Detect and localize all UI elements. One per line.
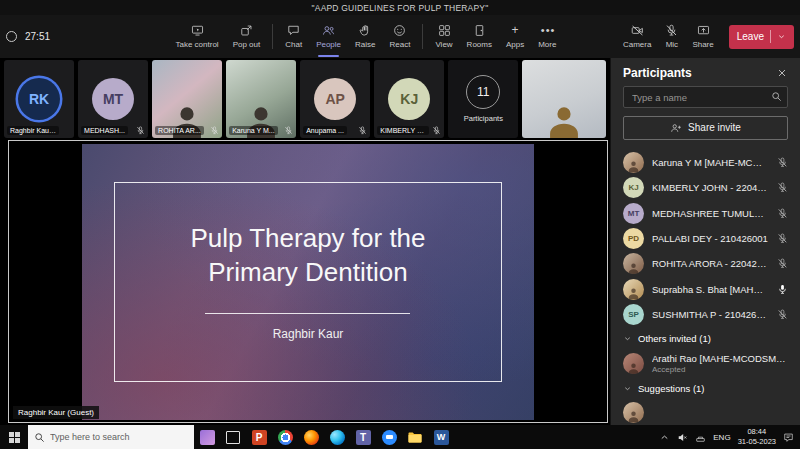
video-tile-medhashree[interactable]: MT MEDHASH... — [78, 60, 148, 138]
video-tile-raghbir[interactable]: RK Raghbir Kaur (G... — [4, 60, 74, 138]
view-icon — [438, 24, 451, 37]
participant-row-karuna[interactable]: Karuna Y M [MAHE-MCODSMLR] — [611, 150, 800, 175]
stage-column: RK Raghbir Kaur (G... MT MEDHASH... ROHI… — [0, 58, 610, 425]
start-button[interactable] — [0, 425, 28, 449]
photos-app-icon[interactable] — [194, 425, 220, 449]
avatar: KJ — [388, 78, 430, 120]
participant-search — [623, 86, 788, 108]
rooms-button[interactable]: Rooms — [460, 15, 499, 58]
participant-row-supraba[interactable]: Suprabha S. Bhat [MAHE-MCOD... — [611, 277, 800, 302]
suggestions-section-header[interactable]: Suggestions (1) — [611, 378, 800, 400]
leave-button[interactable]: Leave — [729, 25, 794, 49]
more-icon: ••• — [541, 24, 554, 37]
network-icon[interactable] — [695, 432, 706, 443]
apps-button[interactable]: + Apps — [499, 15, 531, 58]
search-icon — [34, 432, 45, 443]
mic-off-icon — [136, 126, 145, 135]
pop-out-icon — [240, 24, 253, 37]
video-tile-camera-on[interactable] — [522, 60, 606, 138]
raise-hand-button[interactable]: Raise — [348, 15, 382, 58]
participant-row-sushmitha[interactable]: SP SUSHMITHA P - 210426003 — [611, 302, 800, 327]
mic-button[interactable]: Mic — [658, 24, 685, 49]
avatar: MT — [623, 203, 644, 224]
chat-icon — [287, 24, 300, 37]
person-silhouette-icon — [626, 409, 641, 423]
tray-expand-icon[interactable] — [659, 432, 670, 443]
mic-off-icon — [210, 126, 219, 135]
person-silhouette-icon — [626, 159, 641, 173]
firefox-icon[interactable] — [298, 425, 324, 449]
take-control-button[interactable]: Take control — [169, 15, 226, 58]
avatar: KJ — [623, 177, 644, 198]
mic-off-icon — [284, 126, 293, 135]
mic-off-icon — [777, 309, 788, 320]
speaker-muted-icon[interactable] — [677, 432, 688, 443]
slide-author: Raghbir Kaur — [190, 327, 425, 341]
slide-divider-line — [205, 313, 410, 314]
suggestion-row-partial[interactable] — [611, 400, 800, 425]
mic-off-icon — [432, 126, 441, 135]
toolbar-center: Take control Pop out Chat People Raise — [169, 15, 564, 58]
avatar: RK — [18, 78, 60, 120]
teams-icon[interactable] — [350, 425, 376, 449]
others-invited-section-header[interactable]: Others invited (1) — [611, 327, 800, 349]
video-tile-anupama[interactable]: AP Anupama ... — [300, 60, 370, 138]
presenter-name-label: Raghbir Kaur (Guest) — [13, 406, 99, 419]
edge-icon[interactable] — [324, 425, 350, 449]
video-tile-rohita[interactable]: ROHITA AR... — [152, 60, 222, 138]
slide-content: Pulp Therapy for the Primary Dentition R… — [150, 222, 465, 342]
share-invite-button[interactable]: Share invite — [623, 116, 788, 140]
participant-row-rohita[interactable]: ROHITA ARORA - 220426001 - ... — [611, 251, 800, 276]
timer-icon — [6, 31, 17, 42]
participants-overflow-tile[interactable]: 11 Participants — [448, 60, 518, 138]
camera-button[interactable]: Camera — [616, 24, 658, 49]
participant-search-input[interactable] — [623, 86, 788, 108]
more-button[interactable]: ••• More — [531, 15, 563, 58]
person-silhouette-icon — [626, 361, 641, 375]
view-button[interactable]: View — [428, 15, 459, 58]
close-panel-icon[interactable] — [776, 67, 788, 79]
system-clock[interactable]: 08:44 31-05-2023 — [738, 427, 776, 447]
avatar: SP — [623, 304, 644, 325]
chrome-icon[interactable] — [272, 425, 298, 449]
video-tile-karuna[interactable]: Karuna Y M... — [226, 60, 296, 138]
windows-logo-icon — [9, 432, 20, 443]
participants-panel-header: Participants — [611, 66, 800, 80]
action-center-icon[interactable] — [783, 432, 794, 443]
toolbar-right: Camera Mic Share Leave — [616, 15, 794, 58]
taskbar-search[interactable] — [28, 425, 194, 449]
avatar — [623, 279, 644, 300]
apps-icon: + — [509, 24, 522, 37]
avatar: PD — [623, 228, 644, 249]
avatar — [623, 353, 644, 374]
meeting-toolbar: 27:51 Take control Pop out Chat People — [0, 15, 800, 58]
zoom-icon[interactable] — [376, 425, 402, 449]
search-icon — [771, 91, 782, 102]
chat-button[interactable]: Chat — [278, 15, 309, 58]
participant-row-pallabi[interactable]: PD PALLABI DEY - 210426001 — [611, 226, 800, 251]
powerpoint-icon[interactable] — [246, 425, 272, 449]
language-indicator[interactable]: ENG — [713, 433, 730, 442]
video-tile-kimberly[interactable]: KJ KIMBERLY J... — [374, 60, 444, 138]
participant-row-kimberly[interactable]: KJ KIMBERLY JOHN - 220426002 - ... — [611, 175, 800, 200]
window-title: "AAPD GUIDELINES FOR PULP THERAPY" — [312, 3, 489, 13]
invited-row-arathi[interactable]: Arathi Rao [MAHE-MCODSMLR] Accepted — [611, 349, 800, 378]
invited-name-block: Arathi Rao [MAHE-MCODSMLR] Accepted — [652, 353, 788, 374]
slide-title: Pulp Therapy for the Primary Dentition — [190, 222, 425, 290]
person-silhouette-icon — [542, 100, 586, 138]
share-button[interactable]: Share — [685, 24, 720, 49]
leave-options-chevron-icon[interactable] — [777, 32, 786, 41]
word-icon[interactable] — [428, 425, 454, 449]
people-button[interactable]: People — [309, 15, 348, 58]
file-explorer-icon[interactable] — [402, 425, 428, 449]
pop-out-button[interactable]: Pop out — [226, 15, 268, 58]
person-silhouette-icon — [626, 261, 641, 275]
mic-off-icon — [358, 126, 367, 135]
camera-off-icon — [631, 24, 644, 37]
add-person-icon — [670, 122, 682, 134]
react-button[interactable]: React — [383, 15, 418, 58]
task-view-icon[interactable] — [220, 425, 246, 449]
participant-row-medhashree[interactable]: MT MEDHASHREE TUMULURI - 220... — [611, 200, 800, 225]
toolbar-left: 27:51 — [6, 15, 116, 58]
taskbar-search-input[interactable] — [50, 432, 188, 442]
